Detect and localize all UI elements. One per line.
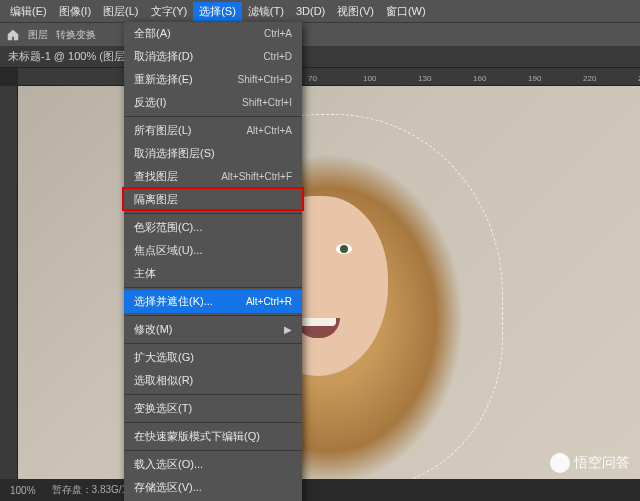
menu-item-label: 取消选择图层(S) bbox=[134, 146, 215, 161]
ruler-tick: 100 bbox=[363, 74, 376, 83]
menu-item-label: 取消选择(D) bbox=[134, 49, 193, 64]
ruler-tick: 220 bbox=[583, 74, 596, 83]
menu-item[interactable]: 所有图层(L)Alt+Ctrl+A bbox=[124, 119, 302, 142]
document-content[interactable] bbox=[18, 86, 640, 479]
menubar: 编辑(E)图像(I)图层(L)文字(Y)选择(S)滤镜(T)3D(D)视图(V)… bbox=[0, 0, 640, 22]
menu-shortcut: Ctrl+A bbox=[264, 28, 292, 39]
menu-item-label: 选取相似(R) bbox=[134, 373, 193, 388]
menu-item-label: 重新选择(E) bbox=[134, 72, 193, 87]
watermark: 悟空问答 bbox=[550, 453, 630, 473]
menu-shortcut: Shift+Ctrl+I bbox=[242, 97, 292, 108]
menu-item[interactable]: 主体 bbox=[124, 262, 302, 285]
menu-shortcut: Shift+Ctrl+D bbox=[238, 74, 292, 85]
select-menu-dropdown: 全部(A)Ctrl+A取消选择(D)Ctrl+D重新选择(E)Shift+Ctr… bbox=[124, 22, 302, 501]
menu-separator bbox=[124, 394, 302, 395]
submenu-arrow-icon: ▶ bbox=[284, 324, 292, 335]
menu-item[interactable]: 焦点区域(U)... bbox=[124, 239, 302, 262]
menu-separator bbox=[124, 213, 302, 214]
menu-item[interactable]: 反选(I)Shift+Ctrl+I bbox=[124, 91, 302, 114]
menu-item[interactable]: 选择并遮住(K)...Alt+Ctrl+R bbox=[124, 290, 302, 313]
menu-separator bbox=[124, 315, 302, 316]
menu-item-label: 所有图层(L) bbox=[134, 123, 191, 138]
menu-dd[interactable]: 3D(D) bbox=[290, 3, 331, 19]
menu-item-label: 隔离图层 bbox=[134, 192, 178, 207]
watermark-logo-icon bbox=[550, 453, 570, 473]
menu-w[interactable]: 窗口(W) bbox=[380, 2, 432, 21]
menu-item[interactable]: 存储选区(V)... bbox=[124, 476, 302, 499]
menu-item-label: 变换选区(T) bbox=[134, 401, 192, 416]
menu-item[interactable]: 载入选区(O)... bbox=[124, 453, 302, 476]
ruler-vertical bbox=[0, 86, 18, 479]
ruler-tick: 70 bbox=[308, 74, 317, 83]
menu-item-label: 主体 bbox=[134, 266, 156, 281]
menu-item[interactable]: 选取相似(R) bbox=[124, 369, 302, 392]
menu-shortcut: Alt+Shift+Ctrl+F bbox=[221, 171, 292, 182]
menu-separator bbox=[124, 422, 302, 423]
zoom-level[interactable]: 100% bbox=[10, 485, 36, 496]
menu-item-label: 选择并遮住(K)... bbox=[134, 294, 213, 309]
menu-item[interactable]: 查找图层Alt+Shift+Ctrl+F bbox=[124, 165, 302, 188]
ruler-horizontal: 104070100130160190220250 bbox=[18, 68, 640, 86]
watermark-text: 悟空问答 bbox=[574, 454, 630, 472]
menu-separator bbox=[124, 450, 302, 451]
menu-l[interactable]: 图层(L) bbox=[97, 2, 144, 21]
menu-item-label: 载入选区(O)... bbox=[134, 457, 203, 472]
menu-separator bbox=[124, 116, 302, 117]
home-icon[interactable] bbox=[6, 28, 20, 42]
menu-item-label: 全部(A) bbox=[134, 26, 171, 41]
toolbar-label-1: 图层 bbox=[28, 28, 48, 42]
menu-item[interactable]: 隔离图层 bbox=[124, 188, 302, 211]
menu-t[interactable]: 滤镜(T) bbox=[242, 2, 290, 21]
menu-shortcut: Alt+Ctrl+A bbox=[246, 125, 292, 136]
menu-item[interactable]: 修改(M)▶ bbox=[124, 318, 302, 341]
ruler-tick: 190 bbox=[528, 74, 541, 83]
document-tab-bar: 未标题-1 @ 100% (图层 1, RGB/8#) bbox=[0, 46, 640, 68]
menu-shortcut: Ctrl+D bbox=[263, 51, 292, 62]
menu-item-label: 查找图层 bbox=[134, 169, 178, 184]
options-bar: 图层 转换变换 bbox=[0, 22, 640, 46]
menu-item[interactable]: 取消选择(D)Ctrl+D bbox=[124, 45, 302, 68]
menu-item-label: 反选(I) bbox=[134, 95, 166, 110]
ruler-tick: 130 bbox=[418, 74, 431, 83]
status-bar: 100% 暂存盘：3.83G/12.4G bbox=[0, 479, 640, 501]
menu-s[interactable]: 选择(S) bbox=[193, 2, 242, 21]
menu-item[interactable]: 在快速蒙版模式下编辑(Q) bbox=[124, 425, 302, 448]
menu-item[interactable]: 变换选区(T) bbox=[124, 397, 302, 420]
menu-e[interactable]: 编辑(E) bbox=[4, 2, 53, 21]
menu-item-label: 存储选区(V)... bbox=[134, 480, 202, 495]
canvas-area[interactable]: 104070100130160190220250 bbox=[0, 68, 640, 479]
menu-y[interactable]: 文字(Y) bbox=[145, 2, 194, 21]
menu-item[interactable]: 重新选择(E)Shift+Ctrl+D bbox=[124, 68, 302, 91]
menu-separator bbox=[124, 343, 302, 344]
menu-i[interactable]: 图像(I) bbox=[53, 2, 97, 21]
menu-v[interactable]: 视图(V) bbox=[331, 2, 380, 21]
menu-item-label: 修改(M) bbox=[134, 322, 173, 337]
menu-item-label: 色彩范围(C)... bbox=[134, 220, 202, 235]
menu-item-label: 在快速蒙版模式下编辑(Q) bbox=[134, 429, 260, 444]
menu-item[interactable]: 取消选择图层(S) bbox=[124, 142, 302, 165]
menu-item[interactable]: 全部(A)Ctrl+A bbox=[124, 22, 302, 45]
toolbar-label-2: 转换变换 bbox=[56, 28, 96, 42]
menu-item[interactable]: 扩大选取(G) bbox=[124, 346, 302, 369]
ruler-tick: 160 bbox=[473, 74, 486, 83]
menu-item-label: 焦点区域(U)... bbox=[134, 243, 202, 258]
menu-item-label: 扩大选取(G) bbox=[134, 350, 194, 365]
menu-item[interactable]: 色彩范围(C)... bbox=[124, 216, 302, 239]
menu-separator bbox=[124, 287, 302, 288]
menu-shortcut: Alt+Ctrl+R bbox=[246, 296, 292, 307]
